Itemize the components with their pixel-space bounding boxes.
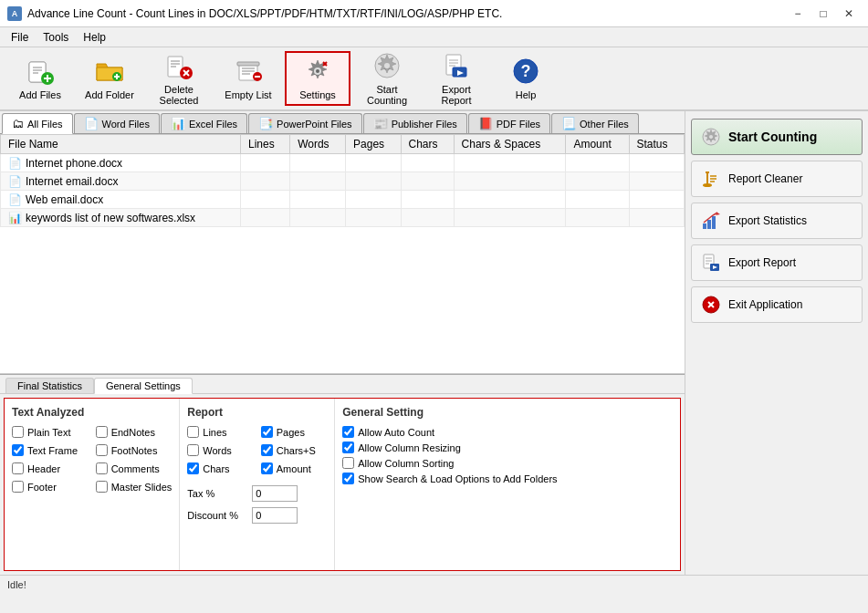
close-button[interactable]: ✕	[837, 5, 861, 23]
start-counting-right-button[interactable]: Start Counting	[691, 119, 863, 155]
menu-tools[interactable]: Tools	[36, 29, 76, 46]
amount-checkbox[interactable]	[261, 462, 273, 474]
text-frame-label: Text Frame	[27, 445, 78, 456]
col-chars[interactable]: Chars	[401, 135, 454, 154]
amount-row: Amount	[261, 462, 328, 474]
delete-selected-button[interactable]: Delete Selected	[146, 51, 212, 106]
tax-row: Tax %	[187, 485, 327, 502]
footer-label: Footer	[27, 482, 57, 493]
tab-all-files-label: All Files	[27, 119, 63, 130]
foot-notes-checkbox[interactable]	[96, 444, 108, 456]
table-row[interactable]: 📄Web email.docx	[1, 191, 685, 209]
tab-excel-files[interactable]: 📊 Excel Files	[161, 113, 247, 133]
file-table: File Name Lines Words Pages Chars Chars …	[0, 134, 685, 227]
text-frame-checkbox[interactable]	[12, 444, 24, 456]
col-amount[interactable]: Amount	[566, 135, 629, 154]
report-cleaner-icon	[701, 169, 721, 189]
menu-file[interactable]: File	[4, 29, 36, 46]
col-chars-spaces[interactable]: Chars & Spaces	[454, 135, 566, 154]
empty-list-button[interactable]: Empty List	[215, 51, 281, 106]
master-slides-checkbox[interactable]	[96, 481, 108, 493]
allow-auto-count-checkbox[interactable]	[342, 426, 354, 438]
minimize-button[interactable]: −	[786, 5, 810, 23]
report-cleaner-label: Report Cleaner	[728, 172, 802, 185]
table-row[interactable]: 📄Internet email.docx	[1, 172, 685, 191]
chars-spaces-row: Chars+S	[261, 444, 328, 456]
text-analyzed-title: Text Analyzed	[12, 406, 172, 419]
words-checkbox[interactable]	[187, 444, 199, 456]
pages-cell	[346, 209, 401, 227]
tab-pdf-files-label: PDF Files	[497, 119, 540, 130]
settings-icon	[303, 57, 332, 86]
menu-bar: File Tools Help	[0, 27, 868, 47]
tab-other-files[interactable]: 📃 Other Files	[551, 113, 639, 133]
pages-cell	[346, 154, 401, 172]
tab-excel-files-label: Excel Files	[189, 119, 237, 130]
file-name-cell: 📄Internet email.docx	[1, 172, 241, 191]
words-label: Words	[203, 445, 232, 456]
help-button[interactable]: ? Help	[493, 51, 559, 106]
table-row[interactable]: 📊keywords list of new softwares.xlsx	[1, 209, 685, 227]
col-filename[interactable]: File Name	[1, 135, 241, 154]
allow-column-resizing-label: Allow Column Resizing	[358, 442, 461, 453]
charsSpaces-cell	[454, 209, 566, 227]
footer-checkbox[interactable]	[12, 481, 24, 493]
r-chars-row: Chars	[187, 462, 254, 474]
discount-row: Discount %	[187, 507, 327, 524]
chars-cell	[401, 209, 454, 227]
allow-column-resizing-checkbox[interactable]	[342, 442, 354, 453]
col-status[interactable]: Status	[629, 135, 685, 154]
col-lines[interactable]: Lines	[241, 135, 290, 154]
amount-cell	[566, 154, 629, 172]
start-counting-button[interactable]: Start Counting	[354, 51, 420, 106]
bottom-tab-final-stats[interactable]: Final Statistics	[5, 378, 94, 393]
tab-word-files[interactable]: 📄 Word Files	[74, 113, 160, 133]
lines-row: Lines	[187, 426, 254, 438]
header-checkbox[interactable]	[12, 462, 24, 474]
show-search-load-checkbox[interactable]	[342, 473, 354, 484]
other-tab-icon: 📃	[561, 117, 576, 130]
tab-all-files[interactable]: 🗂 All Files	[2, 113, 73, 134]
pages-checkbox[interactable]	[261, 426, 273, 438]
tab-publisher-files-label: Publisher Files	[392, 119, 457, 130]
tab-ppt-files-label: PowerPoint Files	[277, 119, 352, 130]
discount-input[interactable]	[252, 507, 298, 524]
bottom-section: Final Statistics General Settings Text A…	[0, 374, 685, 575]
export-report-button[interactable]: Export Report	[424, 51, 489, 106]
allow-column-sorting-checkbox[interactable]	[342, 457, 354, 469]
r-chars-checkbox[interactable]	[187, 462, 199, 474]
lines-cell	[241, 154, 290, 172]
maximize-button[interactable]: □	[811, 5, 835, 23]
title-bar: A Advance Line Count - Count Lines in DO…	[0, 0, 868, 27]
table-row[interactable]: 📄Internet phone.docx	[1, 154, 685, 172]
pages-cell	[346, 191, 401, 209]
tab-publisher-files[interactable]: 📰 Publisher Files	[363, 113, 467, 133]
export-report-right-button[interactable]: Export Report	[691, 244, 863, 281]
bottom-tab-general-settings[interactable]: General Settings	[94, 378, 193, 394]
col-words[interactable]: Words	[290, 135, 346, 154]
menu-help[interactable]: Help	[76, 29, 113, 46]
chars-spaces-checkbox[interactable]	[261, 444, 273, 456]
exit-application-button[interactable]: Exit Application	[691, 286, 863, 323]
add-folder-button[interactable]: Add Folder	[77, 51, 142, 106]
add-files-button[interactable]: Add Files	[7, 51, 73, 106]
file-name-cell: 📄Web email.docx	[1, 191, 241, 209]
lines-checkbox[interactable]	[187, 426, 199, 438]
tab-powerpoint-files[interactable]: 📑 PowerPoint Files	[248, 113, 362, 133]
chars-cell	[401, 154, 454, 172]
tab-pdf-files[interactable]: 📕 PDF Files	[468, 113, 550, 133]
file-list-scroll[interactable]: File Name Lines Words Pages Chars Chars …	[0, 134, 685, 373]
master-slides-row: Master Slides	[96, 481, 173, 493]
export-statistics-icon	[701, 211, 721, 231]
end-notes-checkbox[interactable]	[96, 426, 108, 438]
tax-input[interactable]	[252, 485, 298, 502]
start-counting-right-icon	[701, 127, 721, 147]
plain-text-label: Plain Text	[27, 427, 71, 438]
comments-checkbox[interactable]	[96, 462, 108, 474]
report-cleaner-button[interactable]: Report Cleaner	[691, 161, 863, 197]
col-pages[interactable]: Pages	[346, 135, 401, 154]
svg-point-46	[703, 183, 712, 187]
settings-button[interactable]: Settings	[285, 51, 350, 106]
plain-text-checkbox[interactable]	[12, 426, 24, 438]
export-statistics-button[interactable]: Export Statistics	[691, 203, 863, 239]
